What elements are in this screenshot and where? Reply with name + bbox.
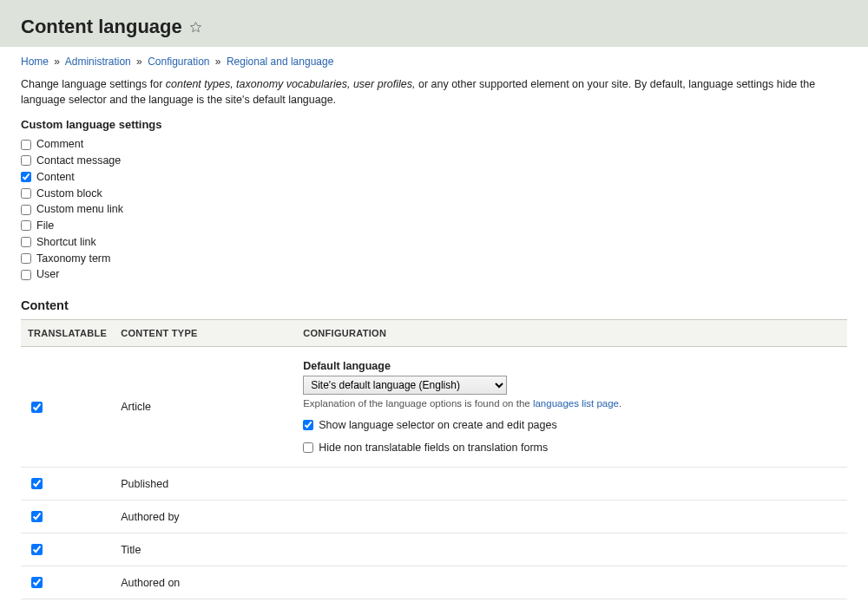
th-content-type: CONTENT TYPE bbox=[114, 320, 296, 347]
custom-setting-item: File bbox=[21, 218, 847, 234]
field-translatable-checkbox[interactable] bbox=[31, 544, 43, 555]
table-row: Authored by bbox=[21, 501, 847, 533]
custom-setting-checkbox[interactable] bbox=[21, 237, 31, 247]
breadcrumb: Home » Administration » Configuration » … bbox=[21, 56, 847, 68]
custom-setting-item: Custom block bbox=[21, 186, 847, 202]
page-title: Content language bbox=[21, 16, 182, 38]
article-type-cell: Article bbox=[114, 347, 296, 468]
th-configuration: CONFIGURATION bbox=[296, 320, 847, 347]
custom-setting-checkbox[interactable] bbox=[21, 140, 31, 150]
breadcrumb-regional[interactable]: Regional and language bbox=[227, 56, 333, 68]
explain-suffix: . bbox=[619, 398, 621, 409]
custom-setting-checkbox[interactable] bbox=[21, 155, 31, 166]
default-language-label: Default language bbox=[303, 360, 840, 372]
custom-setting-label: Custom menu link bbox=[36, 201, 123, 218]
table-row: Published bbox=[21, 468, 847, 501]
table-row: Authored on bbox=[21, 566, 847, 599]
custom-setting-label: File bbox=[36, 218, 54, 234]
field-label: Authored on bbox=[114, 566, 847, 599]
table-row: Changed bbox=[21, 599, 847, 603]
explain-prefix: Explanation of the language options is f… bbox=[303, 398, 533, 409]
custom-setting-item: Shortcut link bbox=[21, 234, 847, 251]
custom-setting-label: User bbox=[36, 266, 59, 283]
breadcrumb-sep: » bbox=[136, 56, 142, 68]
custom-setting-label: Contact message bbox=[36, 153, 121, 169]
table-row-article: Article Default language Site's default … bbox=[21, 347, 847, 468]
custom-setting-label: Shortcut link bbox=[36, 234, 96, 251]
help-emph: content types, taxonomy vocabularies, us… bbox=[166, 78, 416, 90]
custom-setting-item: Content bbox=[21, 169, 847, 186]
custom-setting-checkbox[interactable] bbox=[21, 188, 31, 199]
help-text: Change language settings for content typ… bbox=[21, 76, 847, 108]
field-translatable-checkbox[interactable] bbox=[31, 511, 43, 522]
custom-setting-item: Custom menu link bbox=[21, 201, 847, 218]
breadcrumb-configuration[interactable]: Configuration bbox=[148, 56, 209, 68]
field-label: Authored by bbox=[114, 501, 847, 533]
table-row: Title bbox=[21, 533, 847, 566]
custom-setting-item: Contact message bbox=[21, 153, 847, 169]
article-translatable-checkbox[interactable] bbox=[31, 402, 43, 413]
custom-setting-checkbox[interactable] bbox=[21, 172, 31, 182]
breadcrumb-sep: » bbox=[54, 56, 60, 68]
custom-settings-label: Custom language settings bbox=[21, 118, 847, 131]
custom-setting-checkbox[interactable] bbox=[21, 220, 31, 231]
show-language-selector-label: Show language selector on create and edi… bbox=[319, 419, 557, 431]
field-label: Changed bbox=[114, 599, 847, 603]
content-table: TRANSLATABLE CONTENT TYPE CONFIGURATION … bbox=[21, 319, 847, 602]
field-label: Published bbox=[114, 468, 847, 501]
field-label: Title bbox=[114, 533, 847, 566]
hide-non-translatable-checkbox[interactable] bbox=[303, 442, 313, 453]
custom-setting-item: Taxonomy term bbox=[21, 251, 847, 267]
default-language-select[interactable]: Site's default language (English) bbox=[303, 376, 507, 395]
hide-non-translatable-label: Hide non translatable fields on translat… bbox=[319, 442, 548, 454]
custom-setting-checkbox[interactable] bbox=[21, 270, 31, 280]
custom-setting-label: Comment bbox=[36, 136, 83, 153]
custom-setting-item: User bbox=[21, 266, 847, 283]
content-heading: Content bbox=[21, 298, 847, 312]
help-prefix: Change language settings for bbox=[21, 78, 166, 90]
th-translatable: TRANSLATABLE bbox=[21, 320, 114, 347]
breadcrumb-sep: » bbox=[215, 56, 221, 68]
default-language-explain: Explanation of the language options is f… bbox=[303, 398, 840, 409]
show-language-selector-checkbox[interactable] bbox=[303, 420, 313, 430]
custom-setting-item: Comment bbox=[21, 136, 847, 153]
field-translatable-checkbox[interactable] bbox=[31, 577, 43, 588]
custom-setting-checkbox[interactable] bbox=[21, 205, 31, 215]
custom-setting-label: Taxonomy term bbox=[36, 251, 110, 267]
breadcrumb-home[interactable]: Home bbox=[21, 56, 49, 68]
field-translatable-checkbox[interactable] bbox=[31, 478, 43, 489]
custom-setting-label: Custom block bbox=[36, 186, 102, 202]
custom-setting-label: Content bbox=[36, 169, 75, 186]
custom-setting-checkbox[interactable] bbox=[21, 253, 31, 264]
star-icon[interactable] bbox=[189, 21, 202, 34]
custom-settings-list: CommentContact messageContentCustom bloc… bbox=[21, 136, 847, 283]
breadcrumb-administration[interactable]: Administration bbox=[65, 56, 131, 68]
languages-list-link[interactable]: languages list page bbox=[533, 398, 619, 409]
